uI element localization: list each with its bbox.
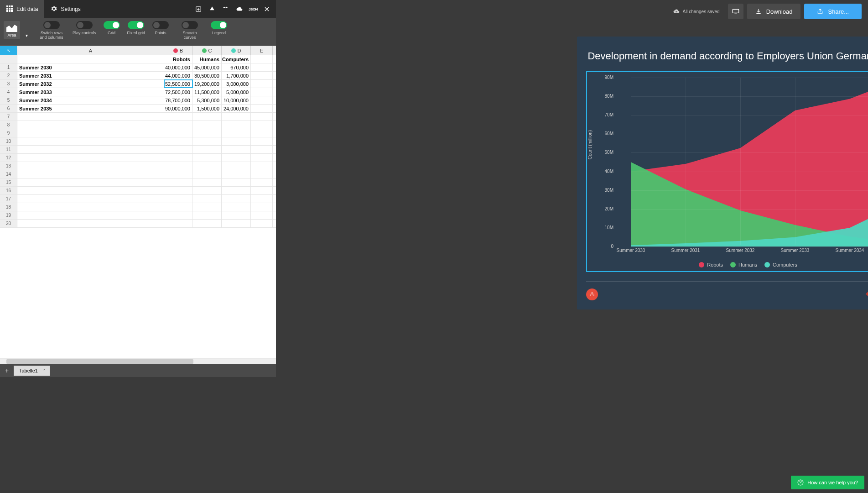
toggle-switch[interactable] xyxy=(182,21,198,29)
row-header[interactable]: 9 xyxy=(0,129,17,137)
cell[interactable] xyxy=(164,178,192,186)
cell[interactable] xyxy=(192,154,222,162)
cell[interactable] xyxy=(192,146,222,153)
cell[interactable] xyxy=(192,178,222,186)
cell[interactable] xyxy=(192,220,222,227)
dropbox-icon[interactable] xyxy=(220,4,231,15)
row-header[interactable]: 4 xyxy=(0,88,17,96)
chart-canvas[interactable]: Development in demand according to Emplo… xyxy=(577,37,868,309)
row-header[interactable]: 16 xyxy=(0,187,17,194)
google-drive-icon[interactable] xyxy=(207,4,218,15)
cell[interactable] xyxy=(251,220,273,227)
cell[interactable] xyxy=(222,129,251,137)
cell[interactable]: 30,500,000 xyxy=(192,72,222,79)
cell[interactable] xyxy=(222,220,251,227)
row-header[interactable]: 8 xyxy=(0,121,17,129)
cell[interactable] xyxy=(251,195,273,203)
cell[interactable] xyxy=(164,162,192,170)
cell[interactable]: 78,700,000 xyxy=(164,96,192,104)
sheet-tab[interactable]: Tabelle1 xyxy=(14,366,50,376)
cell[interactable] xyxy=(17,170,164,178)
cell[interactable] xyxy=(222,187,251,194)
cell[interactable] xyxy=(251,203,273,211)
cell[interactable] xyxy=(222,195,251,203)
cell[interactable]: Summer 2035 xyxy=(17,105,164,112)
cell[interactable] xyxy=(17,146,164,153)
cell[interactable] xyxy=(17,220,164,227)
row-header[interactable]: 20 xyxy=(0,220,17,227)
cell[interactable] xyxy=(251,170,273,178)
toggle-switch[interactable] xyxy=(43,21,60,29)
cell[interactable] xyxy=(17,137,164,145)
cell[interactable] xyxy=(17,113,164,121)
cell[interactable] xyxy=(222,211,251,219)
cell[interactable] xyxy=(164,187,192,194)
cell[interactable] xyxy=(222,121,251,129)
col-header-e[interactable]: E xyxy=(251,46,273,55)
cell[interactable] xyxy=(192,211,222,219)
row-header[interactable]: 6 xyxy=(0,105,17,112)
cell[interactable] xyxy=(251,121,273,129)
tab-settings[interactable]: Settings xyxy=(44,0,87,18)
row-header[interactable]: 1 xyxy=(0,63,17,71)
row-header[interactable]: 12 xyxy=(0,154,17,162)
download-button[interactable]: Download xyxy=(747,4,801,19)
cell[interactable] xyxy=(192,113,222,121)
cell[interactable] xyxy=(17,211,164,219)
row-header[interactable]: 11 xyxy=(0,146,17,153)
cell[interactable]: Summer 2034 xyxy=(17,96,164,104)
cell[interactable] xyxy=(17,203,164,211)
cell[interactable] xyxy=(251,129,273,137)
cell[interactable] xyxy=(222,146,251,153)
horizontal-scrollbar[interactable] xyxy=(0,358,276,364)
row-header[interactable]: 19 xyxy=(0,211,17,219)
add-sheet-button[interactable]: + xyxy=(0,364,14,377)
col-header-b[interactable]: B xyxy=(164,46,192,55)
cell[interactable] xyxy=(17,129,164,137)
cell[interactable] xyxy=(222,113,251,121)
preview-button[interactable] xyxy=(728,4,743,19)
cell[interactable] xyxy=(17,154,164,162)
cell[interactable]: 1,700,000 xyxy=(222,72,251,79)
cell[interactable] xyxy=(251,113,273,121)
header-cell[interactable]: Computers xyxy=(222,55,251,63)
cell[interactable]: 44,000,000 xyxy=(164,72,192,79)
header-cell[interactable] xyxy=(17,55,164,63)
cell[interactable] xyxy=(222,170,251,178)
share-button[interactable]: Share... xyxy=(804,4,862,19)
json-icon[interactable]: JSON xyxy=(248,4,259,15)
toggle-switch[interactable] xyxy=(76,21,93,29)
cell[interactable] xyxy=(251,63,273,71)
cell[interactable] xyxy=(164,137,192,145)
cell[interactable] xyxy=(192,162,222,170)
tab-edit-data[interactable]: Edit data xyxy=(0,0,44,18)
cell[interactable]: Summer 2033 xyxy=(17,88,164,96)
header-cell[interactable] xyxy=(251,55,273,63)
cell[interactable] xyxy=(192,203,222,211)
cell[interactable] xyxy=(192,195,222,203)
cell[interactable]: 11,500,000 xyxy=(192,88,222,96)
cell[interactable]: 5,300,000 xyxy=(192,96,222,104)
cell[interactable] xyxy=(251,211,273,219)
cell[interactable] xyxy=(251,72,273,79)
cell[interactable]: 72,500,000 xyxy=(164,88,192,96)
row-header[interactable]: 18 xyxy=(0,203,17,211)
row-header[interactable]: 17 xyxy=(0,195,17,203)
cell[interactable]: 90,000,000 xyxy=(164,105,192,112)
row-header[interactable]: 13 xyxy=(0,162,17,170)
cell[interactable] xyxy=(164,220,192,227)
cell[interactable] xyxy=(164,211,192,219)
help-widget[interactable]: How can we help you? xyxy=(791,476,864,489)
cell[interactable]: 45,000,000 xyxy=(192,63,222,71)
select-all-corner[interactable]: ⤡ xyxy=(0,46,17,55)
col-header-a[interactable]: A xyxy=(17,46,164,55)
embed-share-button[interactable] xyxy=(586,288,598,300)
cell[interactable] xyxy=(192,170,222,178)
spreadsheet[interactable]: ⤡ A B C D E RobotsHumansComputers1Summer… xyxy=(0,46,276,364)
row-header[interactable]: 14 xyxy=(0,170,17,178)
col-header-c[interactable]: C xyxy=(192,46,222,55)
row-header[interactable]: 10 xyxy=(0,137,17,145)
cell[interactable]: 5,000,000 xyxy=(222,88,251,96)
cell[interactable]: 19,200,000 xyxy=(192,80,222,88)
cell[interactable]: Summer 2032 xyxy=(17,80,164,88)
